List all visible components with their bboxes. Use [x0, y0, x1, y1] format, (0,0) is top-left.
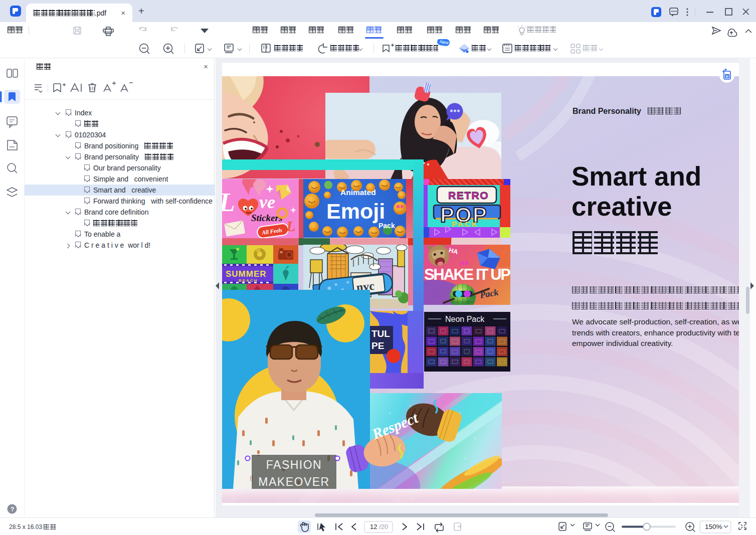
- svg-text:W: W: [725, 75, 729, 78]
- svg-text:/20: /20: [379, 523, 388, 530]
- svg-text:HA: HA: [448, 246, 459, 256]
- svg-text:SHAKE IT UP: SHAKE IT UP: [424, 266, 510, 283]
- svg-text:Respect: Respect: [370, 409, 421, 443]
- svg-text:L: L: [286, 218, 295, 234]
- svg-text:?: ?: [11, 506, 14, 513]
- svg-text:PACK: PACK: [452, 220, 478, 228]
- svg-text:RETRO: RETRO: [448, 190, 489, 201]
- svg-text:Neon Pack: Neon Pack: [445, 315, 485, 323]
- svg-text:12: 12: [370, 523, 377, 530]
- svg-text:TUL: TUL: [371, 328, 390, 339]
- svg-text:150%: 150%: [705, 523, 722, 530]
- svg-text:L: L: [222, 188, 235, 217]
- svg-text:BEACH: BEACH: [239, 278, 258, 283]
- svg-text:Emoji: Emoji: [326, 199, 385, 223]
- svg-text:ve: ve: [259, 192, 275, 212]
- svg-text:SUMMER: SUMMER: [226, 269, 267, 279]
- svg-text:Animated: Animated: [340, 188, 376, 197]
- svg-text:PE: PE: [371, 340, 384, 351]
- svg-text:Pack: Pack: [379, 222, 395, 230]
